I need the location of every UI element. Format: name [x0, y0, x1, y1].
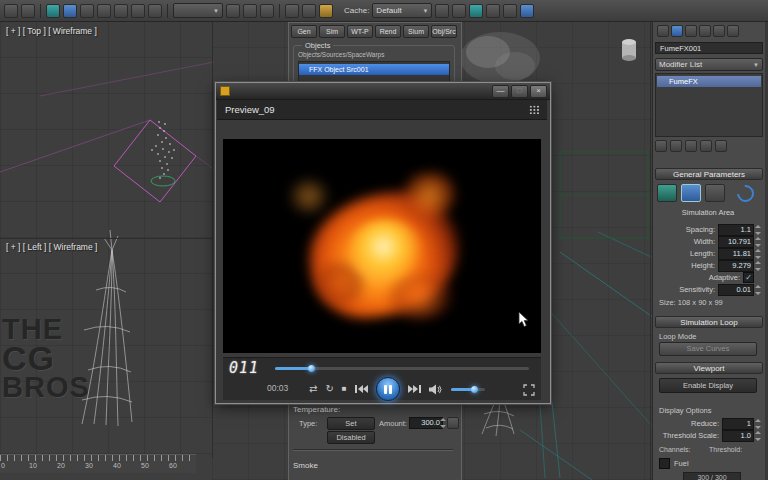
volume-handle[interactable]: [471, 386, 478, 393]
fuel-checkbox[interactable]: [659, 458, 670, 469]
player-titlebar[interactable]: — □ ×: [216, 83, 550, 100]
param-spinner[interactable]: [754, 224, 761, 236]
viewport-divider-v1[interactable]: [212, 22, 213, 458]
display-tab-icon[interactable]: [713, 25, 725, 37]
mirror-icon[interactable]: [285, 4, 299, 18]
curve-editor-icon[interactable]: [435, 4, 449, 18]
voxel-mode-icon[interactable]: [681, 184, 701, 202]
reference-coordinate-dropdown[interactable]: ▼: [173, 3, 223, 18]
align-icon[interactable]: [302, 4, 316, 18]
param-value-field[interactable]: 11.81: [718, 248, 754, 260]
create-tab-icon[interactable]: [657, 25, 669, 37]
fumefx-rend-button[interactable]: Rend: [375, 25, 401, 38]
grid-mode-icon[interactable]: [657, 184, 677, 202]
set-button[interactable]: Set: [327, 417, 375, 430]
cache-dropdown[interactable]: Default ▼: [372, 3, 432, 18]
param-spinner[interactable]: [754, 236, 761, 248]
material-editor-icon[interactable]: [469, 4, 483, 18]
previous-frame-icon[interactable]: [355, 384, 368, 394]
fullscreen-icon[interactable]: [523, 384, 535, 396]
save-curves-button[interactable]: Save Curves: [659, 342, 757, 356]
viewport-divider-v2[interactable]: [650, 22, 651, 480]
motion-tab-icon[interactable]: [699, 25, 711, 37]
layer-manager-icon[interactable]: [319, 4, 333, 18]
fumefx-gen-button[interactable]: Gen: [291, 25, 317, 38]
objects-list-selected-item[interactable]: FFX Object Src001: [299, 64, 449, 75]
volume-slider[interactable]: [451, 388, 485, 391]
render-frame-icon[interactable]: [503, 4, 517, 18]
param-value-field[interactable]: 1.0: [722, 430, 754, 442]
close-button[interactable]: ×: [530, 85, 547, 98]
amount-curve-icon[interactable]: [447, 417, 459, 429]
hierarchy-tab-icon[interactable]: [685, 25, 697, 37]
percent-snap-icon[interactable]: [260, 4, 274, 18]
track-bar-ruler[interactable]: 0 10 20 30 40 50 60: [0, 454, 196, 473]
pin-stack-icon[interactable]: [655, 140, 667, 152]
modifier-stack-selected[interactable]: FumeFX: [657, 76, 761, 87]
next-frame-icon[interactable]: [408, 384, 421, 394]
fumefx-objsrc-button[interactable]: Obj/Src: [431, 25, 457, 38]
show-end-result-icon[interactable]: [670, 140, 682, 152]
loop-mode-icon[interactable]: ⇄: [309, 383, 317, 395]
rectangle-region-icon[interactable]: [80, 4, 94, 18]
param-label: Height:: [655, 261, 715, 270]
amount-spinner[interactable]: [439, 417, 446, 429]
snap-icon[interactable]: [226, 4, 240, 18]
video-area[interactable]: [223, 139, 541, 353]
object-name-field[interactable]: FumeFX001: [655, 42, 763, 54]
minimize-button[interactable]: —: [492, 85, 509, 98]
render-setup-icon[interactable]: [486, 4, 500, 18]
stop-icon[interactable]: ■: [342, 383, 347, 395]
param-spinner[interactable]: [754, 418, 761, 430]
seek-handle[interactable]: [308, 365, 315, 372]
disabled-button[interactable]: Disabled: [327, 431, 375, 444]
viewport-label-left[interactable]: [ + ] [ Left ] [ Wireframe ]: [6, 242, 97, 252]
frame-range-field[interactable]: 300 / 300: [683, 472, 741, 480]
fumefx-sium-button[interactable]: Sium: [403, 25, 429, 38]
modify-tab-icon[interactable]: [671, 25, 683, 37]
scale-icon[interactable]: [148, 4, 162, 18]
angle-snap-icon[interactable]: [243, 4, 257, 18]
enable-display-button[interactable]: Enable Display: [659, 378, 757, 393]
maximize-button[interactable]: □: [511, 85, 528, 98]
modifier-stack[interactable]: FumeFX: [655, 73, 763, 137]
playlist-grid-icon[interactable]: [529, 105, 540, 115]
param-spinner[interactable]: [754, 260, 761, 272]
viewport-label-top[interactable]: [ + ] [ Top ] [ Wireframe ]: [6, 26, 97, 36]
fumefx-sim-button[interactable]: Sim: [319, 25, 345, 38]
seek-bar[interactable]: [275, 367, 529, 370]
adaptive-checkbox[interactable]: ✓: [743, 272, 754, 283]
redo-icon[interactable]: [21, 4, 35, 18]
select-by-name-icon[interactable]: [63, 4, 77, 18]
select-icon[interactable]: [46, 4, 60, 18]
param-value-field[interactable]: 1.1: [718, 224, 754, 236]
rotate-icon[interactable]: [131, 4, 145, 18]
param-value-field[interactable]: 0.01: [718, 284, 754, 296]
move-icon[interactable]: [114, 4, 128, 18]
rollout-general-parameters[interactable]: General Parameters: [655, 168, 763, 180]
utilities-tab-icon[interactable]: [727, 25, 739, 37]
rollout-simulation-loop[interactable]: Simulation Loop: [655, 316, 763, 328]
param-spinner[interactable]: [754, 248, 761, 260]
param-value-field[interactable]: 9.279: [718, 260, 754, 272]
undo-icon[interactable]: [4, 4, 18, 18]
modifier-list-dropdown[interactable]: Modifier List ▼: [655, 58, 763, 71]
preview-mode-icon[interactable]: [705, 184, 725, 202]
configure-sets-icon[interactable]: [715, 140, 727, 152]
crossing-icon[interactable]: [97, 4, 111, 18]
amount-field[interactable]: 300.0: [409, 417, 443, 429]
schematic-view-icon[interactable]: [452, 4, 466, 18]
param-spinner[interactable]: [754, 284, 761, 296]
play-pause-button[interactable]: [376, 377, 400, 401]
remove-modifier-icon[interactable]: [700, 140, 712, 152]
make-unique-icon[interactable]: [685, 140, 697, 152]
viewport-divider-h[interactable]: [0, 238, 212, 239]
repeat-icon[interactable]: ↻: [325, 383, 333, 395]
param-spinner[interactable]: [754, 430, 761, 442]
fumefx-wtp-button[interactable]: WT-P: [347, 25, 373, 38]
render-production-icon[interactable]: [520, 4, 534, 18]
param-value-field[interactable]: 1: [722, 418, 754, 430]
rollout-viewport[interactable]: Viewport: [655, 362, 763, 374]
param-value-field[interactable]: 10.791: [718, 236, 754, 248]
speaker-icon[interactable]: [429, 384, 443, 395]
